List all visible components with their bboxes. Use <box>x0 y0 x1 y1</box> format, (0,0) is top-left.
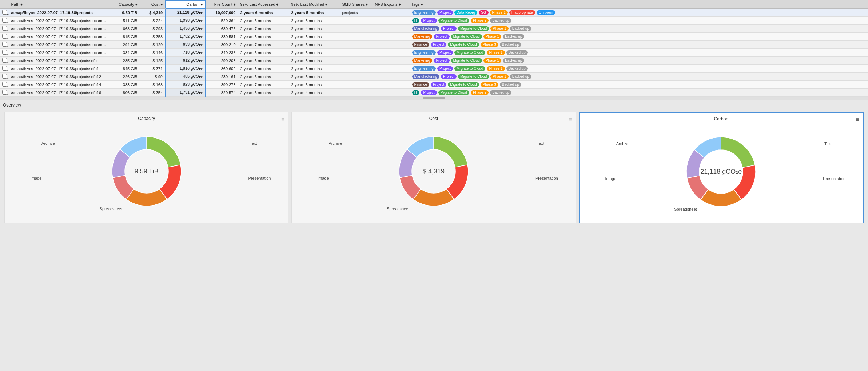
tag: Marketing <box>412 58 433 63</box>
donut-center-value: $ 4,319 <box>423 168 445 175</box>
row-last-modified: 2 years 5 months <box>289 73 340 81</box>
table-row[interactable]: /smap/fisycs_2022-07-07_17-19-38/project… <box>0 65 868 73</box>
row-cost: $ 224 <box>140 17 165 25</box>
row-last-accessed: 2 years 7 months <box>238 25 289 33</box>
table-row[interactable]: /smap/fisycs_2022-07-07_17-19-38/project… <box>0 25 868 33</box>
tag: Backed up <box>500 42 521 47</box>
row-last-modified: 2 years 5 months <box>289 65 340 73</box>
row-carbon: 718 gCO₂e <box>165 49 205 57</box>
tag: On-prem <box>537 10 555 15</box>
row-carbon: 1,816 gCO₂e <box>165 65 205 73</box>
column-header-checkbox[interactable] <box>0 0 9 8</box>
chart-legend-label: Presentation <box>535 176 558 180</box>
table-row[interactable]: /smap/fisycs_2022-07-07_17-19-38/project… <box>0 33 868 41</box>
tag: Migrate to Cloud <box>458 74 489 79</box>
row-checkbox[interactable] <box>0 8 9 17</box>
column-header-carbon[interactable]: Carbon ♦ <box>165 0 205 8</box>
chart-panel-2[interactable]: Carbon≡21,118 gCO₂eArchiveTextPresentati… <box>579 112 864 223</box>
tag: Backed up <box>510 26 531 31</box>
horizontal-scrollbar[interactable] <box>0 97 868 100</box>
tag: Marketing <box>412 34 433 39</box>
table-row[interactable]: /smap/fisycs_2022-07-07_17-19-38/project… <box>0 73 868 81</box>
row-checkbox[interactable] <box>0 17 9 25</box>
column-header-cost[interactable]: Cost ♦ <box>140 0 165 8</box>
tag: Project <box>421 90 437 95</box>
row-checkbox[interactable] <box>0 57 9 65</box>
row-cost: $ 168 <box>140 81 165 89</box>
row-smb <box>340 89 373 97</box>
chart-title: Carbon <box>583 116 859 121</box>
row-checkbox[interactable] <box>0 81 9 89</box>
column-header-last_accessed[interactable]: 99% Last Accessed ♦ <box>238 0 289 8</box>
row-cost: $ 99 <box>140 73 165 81</box>
table-row[interactable]: /smap/fisycs_2022-07-07_17-19-38/project… <box>0 8 868 17</box>
row-last-accessed: 2 years 5 months <box>238 33 289 41</box>
table-row[interactable]: /smap/fisycs_2022-07-07_17-19-38/project… <box>0 49 868 57</box>
chart-menu-button[interactable]: ≡ <box>856 116 859 123</box>
tag: Manufacturing <box>412 74 439 79</box>
row-checkbox[interactable] <box>0 65 9 73</box>
column-header-nfs[interactable]: NFS Exports ♦ <box>373 0 409 8</box>
row-checkbox[interactable] <box>0 25 9 33</box>
tag: Project <box>437 66 453 71</box>
tag: Project <box>431 42 446 47</box>
tag: Project <box>441 26 457 31</box>
tag: Phase-2 <box>471 90 489 95</box>
row-filecount: 680,476 <box>205 25 238 33</box>
tag: Backed up <box>490 90 511 95</box>
row-path: /smap/fisycs_2022-07-07_17-19-38/project… <box>9 81 111 89</box>
tag: Manufacturing <box>412 26 439 31</box>
row-cost: $ 358 <box>140 33 165 41</box>
row-nfs <box>373 73 409 81</box>
chart-legend-label: Spreadsheet <box>674 207 697 211</box>
row-carbon: 612 gCO₂e <box>165 57 205 65</box>
row-capacity: 9.59 TiB <box>111 8 140 17</box>
tag: Migrate to Cloud <box>448 82 479 87</box>
column-header-filecount[interactable]: File Count ♦ <box>205 0 238 8</box>
table-row[interactable]: /smap/fisycs_2022-07-07_17-19-38/project… <box>0 17 868 25</box>
chart-legend-label: Archive <box>41 141 55 145</box>
row-filecount: 230,161 <box>205 73 238 81</box>
row-last-accessed: 2 years 6 months <box>238 49 289 57</box>
row-checkbox[interactable] <box>0 89 9 97</box>
row-tags: EngineeringProjectMigrate to CloudPhase-… <box>409 65 868 73</box>
tag: Backed up <box>500 82 521 87</box>
table-row[interactable]: /smap/fisycs_2022-07-07_17-19-38/project… <box>0 57 868 65</box>
table-row[interactable]: /smap/fisycs_2022-07-07_17-19-38/project… <box>0 89 868 97</box>
row-checkbox[interactable] <box>0 49 9 57</box>
row-path: /smap/fisycs_2022-07-07_17-19-38/project… <box>9 8 111 17</box>
tag: Project <box>434 58 449 63</box>
chart-legend-label: Archive <box>616 141 630 146</box>
tag: Engineering <box>412 10 436 15</box>
row-checkbox[interactable] <box>0 73 9 81</box>
row-cost: $ 293 <box>140 25 165 33</box>
tag: Migrate to Cloud <box>451 58 482 63</box>
chart-panel-0[interactable]: Capacity≡9.59 TiBArchiveTextPresentation… <box>4 112 288 223</box>
data-table: Path ♦Capacity ♦Cost ♦Carbon ♦File Count… <box>0 0 868 97</box>
column-header-smb[interactable]: SMB Shares ♦ <box>340 0 373 8</box>
chart-menu-button[interactable]: ≡ <box>568 116 572 123</box>
row-tags: ManufacturingProjectMigrate to CloudPhas… <box>409 73 868 81</box>
row-last-modified: 2 years 5 months <box>289 81 340 89</box>
table-row[interactable]: /smap/fisycs_2022-07-07_17-19-38/project… <box>0 41 868 49</box>
tag: IT <box>412 18 420 23</box>
chart-legend-label: Image <box>31 176 42 180</box>
row-last-modified: 2 years 5 months <box>289 8 340 17</box>
chart-legend-label: Text <box>250 141 257 145</box>
column-header-tags[interactable]: Tags ♦ <box>409 0 868 8</box>
column-header-last_modified[interactable]: 99% Last Modified ♦ <box>289 0 340 8</box>
row-last-accessed: 2 years 6 months <box>238 8 289 17</box>
row-filecount: 820,574 <box>205 89 238 97</box>
row-capacity: 511 GiB <box>111 17 140 25</box>
table-row[interactable]: /smap/fisycs_2022-07-07_17-19-38/project… <box>0 81 868 89</box>
tag: Migrate to Cloud <box>451 34 482 39</box>
column-header-path[interactable]: Path ♦ <box>9 0 111 8</box>
chart-panel-1[interactable]: Cost≡$ 4,319ArchiveTextPresentationSprea… <box>291 112 576 223</box>
row-tags: MarketingProjectMigrate to CloudPhase-1B… <box>409 33 868 41</box>
column-header-capacity[interactable]: Capacity ♦ <box>111 0 140 8</box>
row-last-accessed: 2 years 7 months <box>238 41 289 49</box>
row-checkbox[interactable] <box>0 41 9 49</box>
row-carbon: 21,118 gCO₂e <box>165 8 205 17</box>
row-checkbox[interactable] <box>0 33 9 41</box>
chart-menu-button[interactable]: ≡ <box>281 116 284 123</box>
